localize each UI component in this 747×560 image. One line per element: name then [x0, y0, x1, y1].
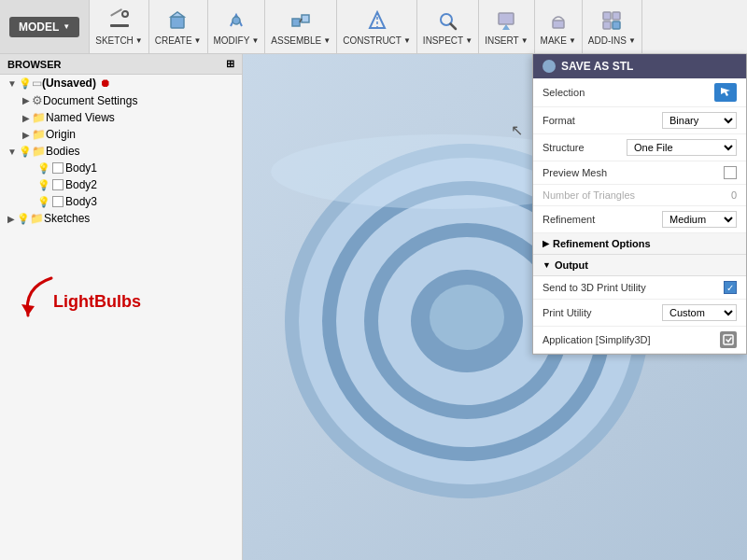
num-triangles-label: Number of Triangles — [543, 189, 731, 201]
svg-rect-15 — [553, 21, 564, 28]
unsaved-label: (Unsaved) — [42, 77, 96, 90]
sketch-label: SKETCH — [95, 35, 134, 46]
body2-icon — [52, 179, 63, 190]
send-3d-print-label: Send to 3D Print Utility — [543, 282, 724, 293]
model-menu[interactable]: MODEL ▼ — [0, 0, 90, 53]
construct-group[interactable]: CONSTRUCT▼ — [337, 0, 417, 53]
structure-select[interactable]: One File One File Per Body — [627, 139, 737, 156]
inspect-group[interactable]: INSPECT▼ — [417, 0, 479, 53]
addins-label: ADD-INS — [588, 35, 627, 46]
eye-icon-body1[interactable]: 💡 — [37, 162, 50, 175]
addins-group[interactable]: ADD-INS▼ — [583, 0, 642, 53]
refinement-select[interactable]: Low Medium High — [662, 211, 737, 228]
selection-button[interactable] — [714, 83, 737, 102]
svg-rect-19 — [613, 21, 620, 29]
body2-label: Body2 — [65, 178, 97, 191]
browser-expand-icon[interactable]: ⊞ — [226, 58, 234, 70]
eye-icon-unsaved[interactable]: 💡 — [19, 77, 32, 90]
svg-rect-30 — [724, 335, 733, 344]
output-label: Output — [555, 259, 588, 271]
svg-marker-20 — [21, 304, 35, 315]
make-group[interactable]: MAKE▼ — [535, 0, 583, 53]
num-triangles-row: Number of Triangles 0 — [533, 185, 746, 206]
assemble-icon — [288, 7, 314, 34]
tree-item-body3[interactable]: 💡 Body3 — [0, 193, 242, 210]
browser-title: BROWSER — [7, 59, 61, 70]
stl-dialog: SAVE AS STL Selection Format Binary ASCI… — [532, 54, 747, 355]
svg-line-12 — [451, 24, 457, 30]
format-label: Format — [543, 115, 662, 126]
send-3d-print-checkbox[interactable]: ✓ — [724, 281, 737, 294]
make-icon — [545, 7, 571, 34]
model-dropdown-arrow: ▼ — [63, 22, 70, 31]
bodies-label: Bodies — [46, 145, 80, 158]
format-select[interactable]: Binary ASCII — [662, 112, 737, 129]
body3-icon — [52, 196, 63, 207]
tree-item-bodies[interactable]: ▼ 💡 📁 Bodies — [0, 143, 242, 160]
refinement-options-header[interactable]: ▶ Refinement Options — [533, 233, 746, 255]
addins-icon — [599, 7, 625, 34]
selection-row: Selection — [533, 78, 746, 107]
construct-icon — [364, 7, 390, 34]
inspect-icon — [434, 7, 460, 34]
folder-icon-origin: 📁 — [32, 128, 46, 141]
application-icon[interactable] — [720, 331, 737, 348]
expand-arrow-origin[interactable]: ▶ — [22, 130, 30, 140]
format-row: Format Binary ASCII — [533, 107, 746, 134]
expand-arrow-sketches[interactable]: ▶ — [7, 214, 15, 224]
stl-dialog-header: SAVE AS STL — [533, 54, 746, 78]
annotation: LightBulbs — [14, 269, 61, 336]
expand-arrow-bodies[interactable]: ▼ — [7, 147, 17, 157]
eye-icon-bodies[interactable]: 💡 — [19, 146, 32, 158]
model-label: MODEL — [19, 21, 59, 34]
svg-rect-1 — [110, 8, 122, 17]
output-header[interactable]: ▼ Output — [533, 255, 746, 276]
browser-panel: BROWSER ⊞ ▼ 💡 ▭ (Unsaved) ⏺ ▶ ⚙ Document… — [0, 54, 243, 560]
make-label: MAKE — [541, 35, 567, 46]
inspect-label: INSPECT — [423, 35, 463, 46]
annotation-label: LightBulbs — [53, 292, 141, 312]
assemble-group[interactable]: ASSEMBLE▼ — [265, 0, 337, 53]
tree-item-body1[interactable]: 💡 Body1 — [0, 160, 242, 176]
svg-marker-4 — [171, 12, 184, 17]
print-utility-select[interactable]: Custom — [662, 304, 737, 321]
folder-icon-bodies: 📁 — [32, 145, 46, 158]
eye-icon-body3[interactable]: 💡 — [37, 196, 50, 208]
insert-label: INSERT — [485, 35, 519, 46]
sketch-group[interactable]: SKETCH▼ — [90, 0, 148, 53]
print-utility-row: Print Utility Custom — [533, 300, 746, 327]
eye-icon-sketches[interactable]: 💡 — [17, 213, 30, 225]
svg-marker-14 — [502, 24, 510, 30]
stl-dialog-icon — [543, 60, 556, 73]
expand-arrow-named-views[interactable]: ▶ — [22, 113, 30, 123]
svg-rect-7 — [302, 15, 309, 22]
checkmark-icon: ✓ — [726, 283, 734, 293]
insert-group[interactable]: INSERT▼ — [479, 0, 534, 53]
tree-item-body2[interactable]: 💡 Body2 — [0, 176, 242, 193]
structure-row: Structure One File One File Per Body — [533, 134, 746, 161]
application-label: Application [Simplify3D] — [543, 334, 720, 345]
sketch-icon — [106, 7, 133, 34]
svg-rect-13 — [499, 13, 514, 24]
refinement-label: Refinement — [543, 214, 662, 225]
toolbar: MODEL ▼ SKETCH▼ CREATE▼ MODIFY▼ — [0, 0, 747, 54]
preview-mesh-checkbox[interactable] — [724, 166, 737, 179]
modify-group[interactable]: MODIFY▼ — [208, 0, 266, 53]
eye-icon-body2[interactable]: 💡 — [37, 179, 50, 191]
tree-item-document-settings[interactable]: ▶ ⚙ Document Settings — [0, 91, 242, 109]
num-triangles-value: 0 — [731, 189, 737, 201]
svg-rect-18 — [603, 21, 611, 29]
expand-arrow-doc[interactable]: ▶ — [22, 95, 30, 105]
create-group[interactable]: CREATE▼ — [149, 0, 208, 53]
svg-rect-6 — [292, 19, 300, 26]
create-label: CREATE — [155, 35, 192, 46]
tree-item-sketches[interactable]: ▶ 💡 📁 Sketches — [0, 210, 242, 227]
expand-arrow-unsaved[interactable]: ▼ — [7, 78, 17, 89]
tree-item-origin[interactable]: ▶ 📁 Origin — [0, 126, 242, 143]
tree-item-unsaved[interactable]: ▼ 💡 ▭ (Unsaved) ⏺ — [0, 75, 242, 91]
folder-icon-sketches: 📁 — [30, 212, 44, 225]
tree-item-named-views[interactable]: ▶ 📁 Named Views — [0, 109, 242, 126]
output-arrow: ▼ — [543, 260, 551, 270]
refinement-options-label: Refinement Options — [553, 238, 651, 249]
refinement-options-arrow: ▶ — [543, 239, 549, 248]
